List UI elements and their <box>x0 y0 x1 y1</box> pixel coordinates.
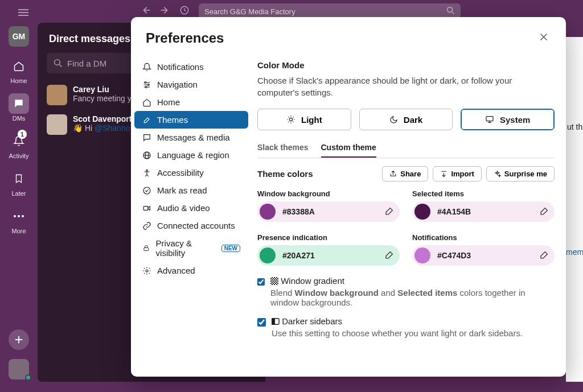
avatar <box>47 114 67 135</box>
svg-line-7 <box>452 12 454 14</box>
share-icon <box>389 170 397 178</box>
color-window-bg[interactable]: #83388A <box>257 201 400 222</box>
nav-mark-as-read[interactable]: Mark as read <box>134 181 248 199</box>
compose-button[interactable] <box>9 329 29 350</box>
rail-later[interactable]: Later <box>9 168 29 197</box>
svg-rect-29 <box>144 247 149 250</box>
globe-icon <box>142 151 151 160</box>
rail-activity[interactable]: 1 Activity <box>9 131 29 159</box>
surprise-button[interactable]: Surprise me <box>486 166 555 181</box>
svg-point-31 <box>289 118 292 121</box>
mode-light-button[interactable]: Light <box>257 109 351 130</box>
color-label: Selected items <box>412 189 555 198</box>
new-badge: NEW <box>221 245 240 252</box>
darker-title: Darker sidebars <box>282 316 342 326</box>
edit-icon[interactable] <box>540 207 549 217</box>
rail-home[interactable]: Home <box>9 56 29 84</box>
nav-audio-video[interactable]: Audio & video <box>134 199 248 217</box>
svg-point-27 <box>143 187 150 194</box>
preferences-modal: Preferences Notifications Navigation Hom… <box>131 17 566 377</box>
back-icon[interactable] <box>141 5 151 18</box>
svg-rect-34 <box>270 277 278 285</box>
nav-messages-media[interactable]: Messages & media <box>134 129 248 146</box>
sun-icon <box>286 115 295 124</box>
gear-icon <box>142 266 151 275</box>
color-label: Window background <box>257 189 400 198</box>
accessibility-icon <box>142 168 151 178</box>
color-mode-desc: Choose if Slack's appearance should be l… <box>257 75 555 98</box>
import-icon <box>440 170 447 178</box>
gradient-desc: Blend Window background and Selected ite… <box>270 288 555 307</box>
svg-point-8 <box>14 215 16 217</box>
gradient-icon <box>270 277 278 287</box>
bell-icon <box>142 63 151 72</box>
nav-home[interactable]: Home <box>134 93 248 111</box>
search-placeholder: Search G&G Media Factory <box>204 7 295 16</box>
avatar <box>47 85 67 105</box>
gradient-title: Window gradient <box>281 276 344 286</box>
tab-custom-theme[interactable]: Custom theme <box>321 143 376 158</box>
svg-point-6 <box>447 7 453 13</box>
chat-icon <box>142 133 151 142</box>
nav-privacy-visibility[interactable]: Privacy & visibilityNEW <box>134 234 248 262</box>
svg-line-14 <box>59 64 61 67</box>
color-label: Notifications <box>412 233 555 242</box>
svg-rect-32 <box>486 117 493 121</box>
search-icon <box>54 59 63 68</box>
svg-rect-28 <box>143 206 148 210</box>
svg-point-13 <box>55 60 60 65</box>
color-selected-items[interactable]: #4A154B <box>412 201 555 222</box>
rail-more[interactable]: More <box>9 206 29 234</box>
nav-notifications[interactable]: Notifications <box>134 58 248 76</box>
edit-icon[interactable] <box>385 250 394 261</box>
svg-point-21 <box>147 84 149 85</box>
link-icon <box>142 221 151 230</box>
check-icon <box>142 186 151 195</box>
swatch <box>414 204 430 220</box>
nav-accessibility[interactable]: Accessibility <box>134 164 248 181</box>
search-icon <box>446 6 455 16</box>
moon-icon <box>389 115 398 124</box>
workspace-badge[interactable]: GM <box>9 26 29 47</box>
nav-connected-accounts[interactable]: Connected accounts <box>134 217 248 234</box>
color-presence[interactable]: #20A271 <box>257 245 400 266</box>
share-button[interactable]: Share <box>382 166 428 181</box>
mode-system-button[interactable]: System <box>461 109 555 130</box>
close-button[interactable] <box>536 30 551 47</box>
darker-sidebars-checkbox[interactable] <box>257 318 266 327</box>
edit-icon[interactable] <box>540 250 549 261</box>
monitor-icon <box>485 115 494 124</box>
swatch <box>260 247 276 263</box>
sidebar-icon <box>272 317 280 327</box>
rail-dms[interactable]: DMs <box>9 93 29 122</box>
nav-advanced[interactable]: Advanced <box>134 262 248 279</box>
svg-point-22 <box>145 86 147 88</box>
brush-icon <box>142 115 151 125</box>
history-icon[interactable] <box>179 5 190 18</box>
home-icon <box>142 98 151 107</box>
nav-language-region[interactable]: Language & region <box>134 146 248 164</box>
modal-title: Preferences <box>146 30 224 46</box>
background-content: ut th mem <box>566 37 583 382</box>
color-notifications[interactable]: #C474D3 <box>412 245 555 266</box>
activity-badge: 1 <box>18 130 27 139</box>
swatch <box>260 204 276 220</box>
tab-slack-themes[interactable]: Slack themes <box>257 143 309 158</box>
nav-themes[interactable]: Themes <box>134 111 248 129</box>
lock-icon <box>142 244 150 253</box>
color-mode-heading: Color Mode <box>257 60 555 70</box>
import-button[interactable]: Import <box>433 166 481 181</box>
mention[interactable]: @Shanno <box>95 123 130 133</box>
sliders-icon <box>142 80 151 89</box>
mode-dark-button[interactable]: Dark <box>359 109 453 130</box>
swatch <box>414 247 430 263</box>
forward-icon[interactable] <box>160 5 170 18</box>
svg-point-20 <box>145 81 146 83</box>
darker-desc: Use this setting to choose whether you w… <box>272 328 523 338</box>
edit-icon[interactable] <box>385 207 394 217</box>
menu-icon[interactable] <box>18 8 28 18</box>
nav-navigation[interactable]: Navigation <box>134 76 248 93</box>
svg-point-10 <box>22 215 24 217</box>
color-label: Presence indication <box>257 233 400 242</box>
window-gradient-checkbox[interactable] <box>257 278 265 286</box>
